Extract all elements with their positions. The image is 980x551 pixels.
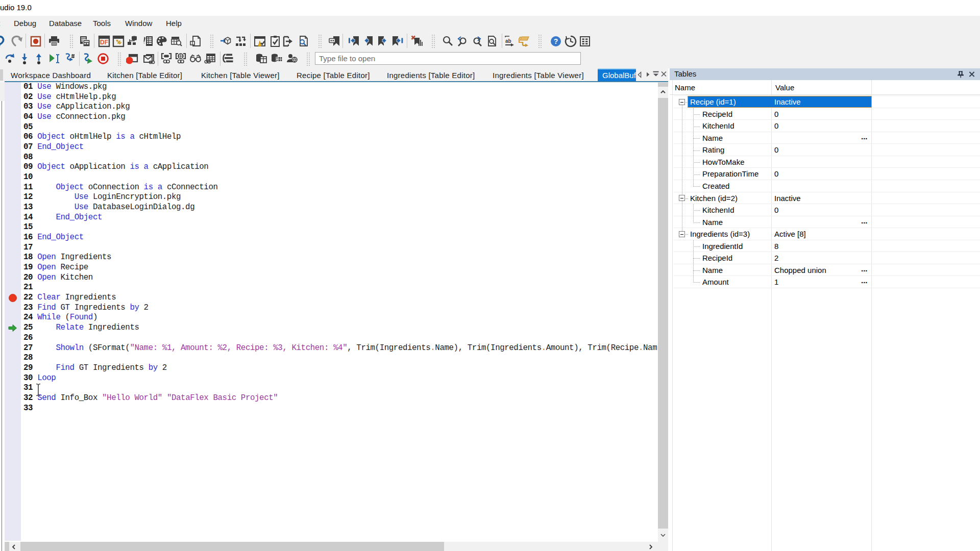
svg-text:DF: DF (100, 39, 108, 46)
svg-text:?: ? (554, 37, 558, 45)
svg-text:ab: ab (505, 38, 511, 44)
